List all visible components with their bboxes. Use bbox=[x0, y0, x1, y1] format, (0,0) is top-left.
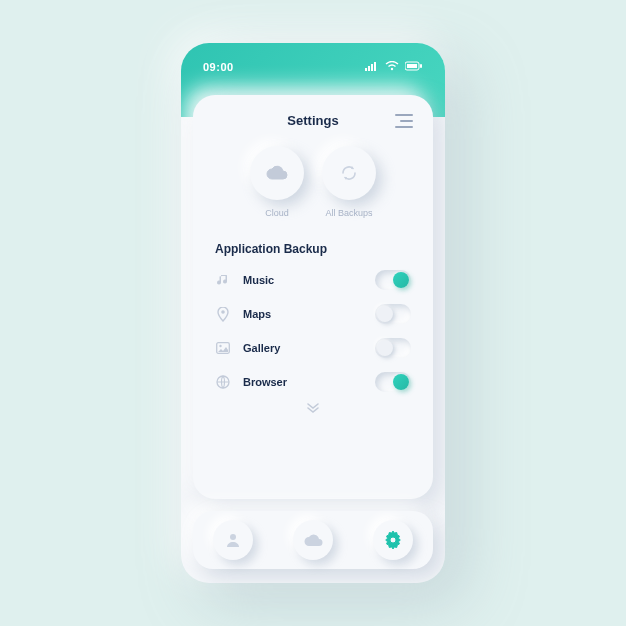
list-item-label: Music bbox=[243, 274, 363, 286]
header: Settings bbox=[213, 113, 413, 128]
list-item-label: Gallery bbox=[243, 342, 363, 354]
nav-settings[interactable] bbox=[373, 520, 413, 560]
section-title: Application Backup bbox=[215, 242, 413, 256]
list-item: Maps bbox=[215, 304, 411, 324]
svg-rect-2 bbox=[371, 64, 373, 71]
music-icon bbox=[215, 273, 231, 287]
nav-cloud[interactable] bbox=[293, 520, 333, 560]
svg-rect-0 bbox=[365, 68, 367, 71]
tab-cloud[interactable]: Cloud bbox=[250, 146, 304, 218]
gear-icon bbox=[384, 531, 402, 549]
user-icon bbox=[225, 532, 241, 548]
refresh-icon bbox=[322, 146, 376, 200]
toggle-maps[interactable] bbox=[375, 304, 411, 324]
tab-cloud-label: Cloud bbox=[265, 208, 289, 218]
svg-point-13 bbox=[390, 537, 396, 543]
menu-button[interactable] bbox=[395, 114, 413, 128]
toggle-music[interactable] bbox=[375, 270, 411, 290]
page-title: Settings bbox=[231, 113, 395, 128]
status-time: 09:00 bbox=[203, 61, 234, 73]
expand-button[interactable] bbox=[303, 402, 323, 414]
list-item-label: Maps bbox=[243, 308, 363, 320]
toggle-gallery[interactable] bbox=[375, 338, 411, 358]
list-item-label: Browser bbox=[243, 376, 363, 388]
battery-icon bbox=[405, 61, 423, 73]
svg-rect-6 bbox=[407, 64, 417, 68]
main-card: Settings Cloud All Backups Application B… bbox=[193, 95, 433, 499]
list-item: Browser bbox=[215, 372, 411, 392]
toggle-browser[interactable] bbox=[375, 372, 411, 392]
globe-icon bbox=[215, 375, 231, 389]
tab-all-backups[interactable]: All Backups bbox=[322, 146, 376, 218]
svg-point-4 bbox=[391, 68, 393, 70]
app-list: Music Maps Gallery bbox=[213, 270, 413, 392]
gallery-icon bbox=[215, 342, 231, 354]
svg-point-12 bbox=[230, 534, 236, 540]
list-item: Gallery bbox=[215, 338, 411, 358]
svg-rect-1 bbox=[368, 66, 370, 71]
signal-icon bbox=[365, 61, 379, 73]
wifi-icon bbox=[385, 61, 399, 73]
nav-profile[interactable] bbox=[213, 520, 253, 560]
bottom-nav bbox=[193, 511, 433, 569]
pin-icon bbox=[215, 307, 231, 322]
tab-all-backups-label: All Backups bbox=[325, 208, 372, 218]
svg-point-10 bbox=[219, 345, 221, 347]
svg-rect-7 bbox=[420, 64, 422, 68]
phone-frame: 09:00 Settings Cloud bbox=[181, 43, 445, 583]
cloud-icon bbox=[303, 533, 323, 547]
status-indicators bbox=[365, 61, 423, 73]
svg-rect-3 bbox=[374, 62, 376, 71]
list-item: Music bbox=[215, 270, 411, 290]
svg-point-8 bbox=[221, 310, 225, 314]
cloud-icon bbox=[250, 146, 304, 200]
backup-tabs: Cloud All Backups bbox=[213, 146, 413, 218]
